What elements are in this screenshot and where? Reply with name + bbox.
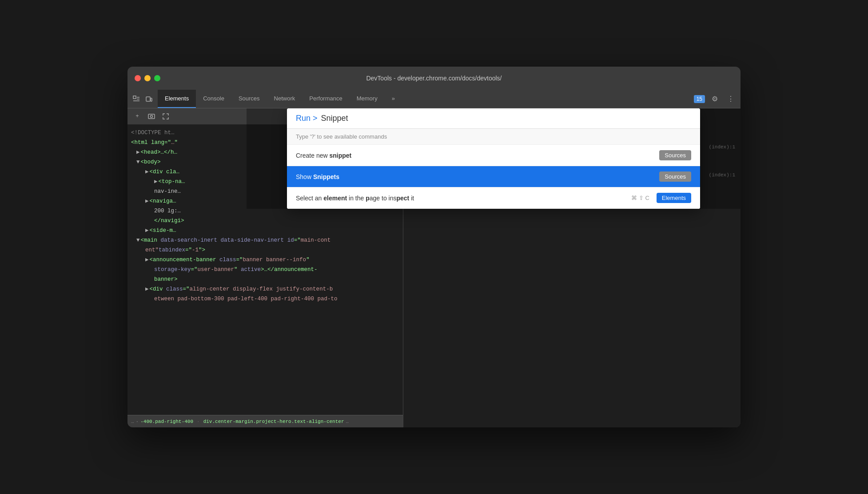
triangle-icon[interactable]: ▶ — [136, 148, 140, 157]
command-arrow: > — [313, 114, 318, 123]
command-palette-item-show-text: Show Snippets — [296, 173, 659, 180]
close-button[interactable] — [135, 75, 141, 81]
svg-rect-3 — [148, 114, 155, 119]
minimize-button[interactable] — [144, 75, 151, 81]
triangle-icon[interactable]: ▼ — [136, 236, 140, 245]
triangle-icon[interactable]: ▶ — [145, 285, 149, 294]
tab-more[interactable]: » — [385, 90, 402, 108]
browser-window: DevTools - developer.chrome.com/docs/dev… — [127, 67, 741, 427]
command-palette-input[interactable] — [321, 114, 691, 123]
triangle-icon[interactable]: ▶ — [145, 167, 149, 176]
add-style-icon[interactable]: + — [131, 110, 143, 123]
tab-performance[interactable]: Performance — [302, 90, 349, 108]
tab-memory[interactable]: Memory — [350, 90, 385, 108]
html-line-div3: etween pad-bottom-300 pad-left-400 pad-r… — [127, 294, 403, 304]
tab-bar: Elements Console Sources Network Perform… — [127, 90, 741, 108]
breadcrumb-bar: … · -400.pad-right-400 · div.center-marg… — [127, 415, 403, 427]
title-bar: DevTools - developer.chrome.com/docs/dev… — [127, 67, 741, 90]
html-line-navclose: </navigi> — [127, 216, 403, 226]
command-palette-item-create[interactable]: Create new snippet Sources — [287, 145, 700, 166]
svg-rect-0 — [133, 96, 136, 99]
window-title: DevTools - developer.chrome.com/docs/dev… — [366, 75, 502, 82]
settings-icon[interactable]: ⚙ — [709, 93, 721, 105]
command-palette-badge-sources-1[interactable]: Sources — [659, 150, 691, 160]
command-palette-item-select-text: Select an element in the page to inspect… — [296, 195, 631, 202]
tab-elements[interactable]: Elements — [158, 90, 196, 108]
command-palette-item-select[interactable]: Select an element in the page to inspect… — [287, 187, 700, 209]
command-palette-item-create-text: Create new snippet — [296, 152, 659, 159]
html-line-banner: ▶ <announcement-banner class="banner ban… — [127, 255, 403, 265]
fullscreen-icon[interactable] — [159, 110, 172, 123]
devtools-panel: Elements Console Sources Network Perform… — [127, 90, 741, 427]
html-line-banner3: banner> — [127, 275, 403, 284]
svg-rect-1 — [146, 97, 150, 101]
command-palette: Run > Type '?' to see available commands… — [287, 108, 700, 209]
tab-bar-right-controls: 15 ⚙ ⋮ — [690, 90, 741, 108]
main-content: + ut » — [127, 108, 741, 427]
command-palette-overlay: Run > Type '?' to see available commands… — [247, 108, 741, 209]
tab-console[interactable]: Console — [196, 90, 231, 108]
main-tabs: Elements Console Sources Network Perform… — [158, 90, 402, 108]
command-palette-run-label: Run > — [296, 114, 318, 123]
svg-rect-2 — [151, 98, 152, 101]
html-line-main: ▼ <main data-search-inert data-side-nav-… — [127, 235, 403, 245]
command-palette-hint: Type '?' to see available commands — [287, 129, 700, 145]
html-line-sidenav: ▶ <side-m… — [127, 226, 403, 235]
notification-badge[interactable]: 15 — [694, 95, 705, 103]
html-line-div2: ▶ <div class="align-center display-flex … — [127, 284, 403, 294]
element-picker-icon[interactable] — [131, 94, 142, 104]
html-line-main2: ent" tabindex ="-1"> — [127, 245, 403, 255]
svg-point-4 — [151, 116, 153, 118]
tab-sources[interactable]: Sources — [231, 90, 267, 108]
breadcrumb-selector[interactable]: div.center-margin.project-hero.text-alig… — [203, 419, 344, 424]
command-palette-input-row: Run > — [287, 108, 700, 129]
triangle-icon[interactable]: ▶ — [154, 177, 158, 186]
triangle-icon[interactable]: ▶ — [145, 255, 149, 264]
triangle-icon[interactable]: ▶ — [145, 226, 149, 235]
tab-network[interactable]: Network — [267, 90, 303, 108]
maximize-button[interactable] — [154, 75, 160, 81]
command-palette-badge-elements[interactable]: Elements — [657, 193, 691, 203]
command-palette-badge-sources-2[interactable]: Sources — [659, 171, 691, 182]
more-menu-icon[interactable]: ⋮ — [725, 93, 737, 105]
command-palette-shortcut: ⌘ ⇧ C — [631, 195, 649, 201]
device-toggle-icon[interactable] — [143, 94, 154, 104]
screenshot-icon[interactable] — [145, 110, 158, 123]
tab-bar-left-controls — [127, 90, 158, 108]
breadcrumb-class[interactable]: -400.pad-right-400 — [140, 419, 193, 424]
triangle-icon[interactable]: ▶ — [145, 197, 149, 206]
traffic-lights — [135, 75, 160, 81]
triangle-icon[interactable]: ▼ — [136, 158, 140, 167]
html-line-banner2: storage-key ="user-banner" active>…</ann… — [127, 265, 403, 275]
command-palette-item-show[interactable]: Show Snippets Sources — [287, 166, 700, 187]
